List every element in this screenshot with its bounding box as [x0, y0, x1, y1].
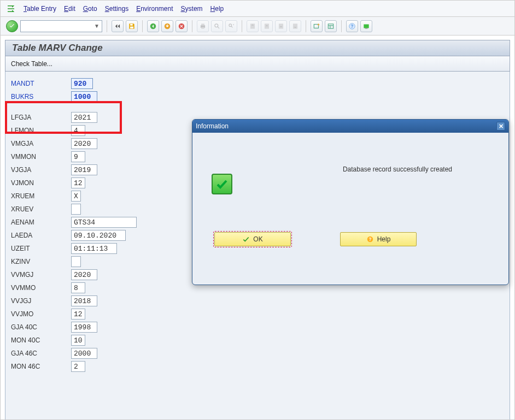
label-aenam: AENAM — [11, 218, 71, 226]
menu-edit[interactable]: Edit — [64, 5, 75, 13]
label-gja40c: GJA 40C — [11, 323, 71, 331]
next-page-icon — [275, 20, 287, 32]
svg-rect-0 — [130, 23, 133, 25]
field-mandt: MANDT 920 — [11, 77, 510, 90]
application-toolbar: Check Table... — [5, 56, 510, 72]
label-mandt: MANDT — [11, 80, 71, 87]
label-mon46c: MON 46C — [11, 363, 71, 370]
label-vvjmo: VVJMO — [11, 310, 71, 318]
input-uzeit[interactable]: 01:11:13 — [71, 243, 117, 254]
input-xruev[interactable] — [71, 204, 81, 215]
input-bukrs[interactable]: 1000 — [71, 91, 97, 102]
input-gja46c[interactable]: 2000 — [71, 348, 97, 359]
separator — [341, 20, 342, 32]
success-check-icon — [212, 174, 232, 194]
svg-rect-1 — [130, 26, 133, 28]
save-icon[interactable] — [126, 20, 138, 32]
input-vvjgj[interactable]: 2018 — [71, 295, 97, 306]
command-field[interactable]: ▼ — [20, 20, 102, 32]
label-vvmgj: VVMGJ — [11, 271, 71, 279]
dialog-titlebar[interactable]: Information ✕ — [192, 120, 508, 133]
ok-button[interactable]: OK — [214, 232, 291, 246]
field-gja40c: GJA 40C 1998 — [11, 321, 510, 334]
label-gja46c: GJA 46C — [11, 350, 71, 357]
menu-environment[interactable]: Environment — [136, 5, 173, 13]
label-bukrs: BUKRS — [11, 93, 71, 100]
svg-rect-15 — [328, 23, 333, 28]
field-mon40c: MON 40C 10 — [11, 334, 510, 347]
layout-icon[interactable] — [325, 20, 337, 32]
menu-table-entry[interactable]: Table Entry — [24, 5, 56, 13]
menu-goto[interactable]: Goto — [83, 5, 97, 13]
separator — [142, 20, 143, 32]
label-lfmon: LFMON — [11, 127, 71, 134]
enter-button[interactable] — [6, 20, 18, 32]
field-vvjmo: VVJMO 12 — [11, 307, 510, 321]
ok-label: OK — [253, 235, 262, 243]
input-laeda[interactable]: 09.10.2020 — [71, 230, 126, 241]
input-vjgja[interactable]: 2019 — [71, 164, 97, 175]
label-lfgja: LFGJA — [11, 114, 71, 121]
svg-point-8 — [215, 23, 218, 27]
input-vjmon[interactable]: 12 — [71, 178, 85, 188]
close-icon[interactable]: ✕ — [496, 122, 505, 131]
title-band: Table MARV Change — [5, 40, 510, 56]
last-page-icon — [289, 20, 301, 32]
input-mandt[interactable]: 920 — [71, 78, 93, 89]
svg-rect-7 — [201, 27, 204, 28]
input-kzinv[interactable] — [71, 256, 81, 267]
dialog-body: Database record successfully created OK … — [192, 133, 508, 285]
input-vmmon[interactable]: 9 — [71, 151, 85, 162]
help-icon[interactable]: ? — [346, 20, 358, 32]
label-vvjgj: VVJGJ — [11, 297, 71, 305]
menu-help[interactable]: Help — [210, 5, 224, 13]
label-mon40c: MON 40C — [11, 336, 71, 344]
back-chevrons-icon[interactable] — [112, 20, 124, 32]
svg-text:?: ? — [351, 23, 354, 28]
new-session-icon[interactable] — [311, 20, 323, 32]
input-mon46c[interactable]: 2 — [71, 361, 85, 372]
back-icon[interactable] — [147, 20, 159, 32]
label-vjmon: VJMON — [11, 179, 71, 187]
print-icon — [197, 20, 209, 32]
exit-icon[interactable] — [161, 20, 173, 32]
input-vvjmo[interactable]: 12 — [71, 309, 85, 320]
svg-rect-19 — [365, 28, 368, 28]
menu-settings[interactable]: Settings — [105, 5, 128, 13]
gui-options-icon[interactable] — [360, 20, 372, 32]
cancel-icon[interactable] — [175, 20, 188, 32]
information-dialog: Information ✕ Database record successful… — [192, 119, 509, 285]
dialog-message: Database record successfully created — [302, 165, 493, 173]
label-vjgja: VJGJA — [11, 166, 71, 174]
prev-page-icon — [261, 20, 273, 32]
label-vmmon: VMMON — [11, 153, 71, 161]
field-vvjgj: VVJGJ 2018 — [11, 294, 510, 307]
menu-system[interactable]: System — [181, 5, 203, 13]
svg-point-9 — [229, 23, 232, 26]
label-laeda: LAEDA — [11, 232, 71, 239]
label-xruem: XRUEM — [11, 192, 71, 200]
input-vmgja[interactable]: 2020 — [71, 138, 97, 149]
help-button[interactable]: ? Help — [340, 232, 417, 246]
ok-check-icon — [242, 235, 250, 243]
label-xruev: XRUEV — [11, 205, 71, 213]
svg-rect-6 — [201, 23, 204, 25]
page-title: Table MARV Change — [12, 43, 103, 54]
app-shell: Table Entry Edit Goto Settings Environme… — [0, 0, 515, 420]
separator — [242, 20, 242, 32]
check-table-button[interactable]: Check Table... — [11, 60, 52, 68]
input-xruem[interactable]: X — [71, 191, 81, 202]
field-bukrs: BUKRS 1000 — [11, 90, 510, 103]
separator — [107, 20, 107, 32]
find-next-icon — [225, 20, 237, 32]
sap-menu-icon[interactable] — [6, 4, 16, 14]
input-lfmon[interactable]: 4 — [71, 125, 85, 136]
input-vvmgj[interactable]: 2020 — [71, 269, 97, 280]
input-vvmmo[interactable]: 8 — [71, 282, 85, 293]
input-mon40c[interactable]: 10 — [71, 335, 85, 346]
separator — [306, 20, 306, 32]
input-gja40c[interactable]: 1998 — [71, 322, 97, 333]
input-aenam[interactable]: GTS34 — [71, 217, 137, 228]
input-lfgja[interactable]: 2021 — [71, 112, 97, 123]
toolbar: ▼ ? — [1, 17, 514, 36]
